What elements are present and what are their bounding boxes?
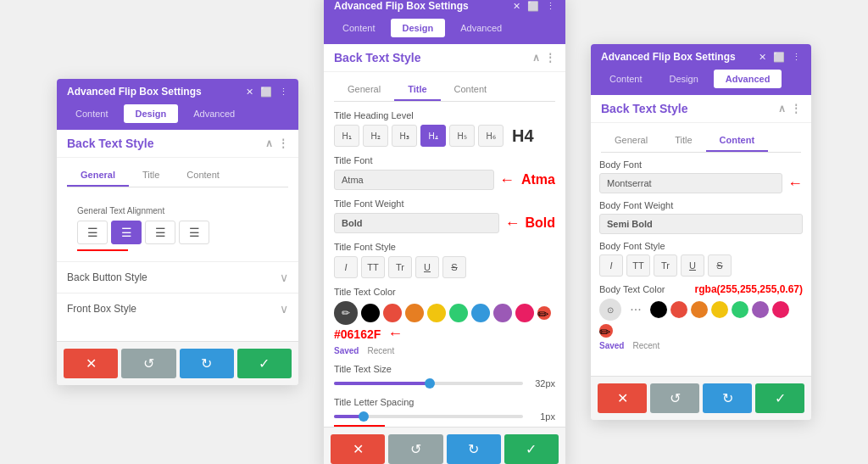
- capitalize-btn[interactable]: Tr: [388, 256, 412, 278]
- front-box-style-row[interactable]: Front Box Style ∨: [57, 293, 298, 324]
- body-font-select[interactable]: Montserrat: [599, 173, 782, 193]
- title-font-weight-select[interactable]: Bold: [334, 213, 499, 233]
- color-blue[interactable]: [471, 304, 490, 322]
- h3-btn[interactable]: H₃: [392, 125, 417, 147]
- body-color-green[interactable]: [732, 301, 748, 318]
- sub-tab-content-center[interactable]: Content: [441, 79, 501, 101]
- body-underline-btn[interactable]: U: [681, 254, 704, 277]
- color-black[interactable]: [361, 304, 380, 322]
- uppercase-btn[interactable]: TT: [361, 256, 385, 278]
- underline-btn[interactable]: U: [415, 256, 439, 278]
- title-font-select[interactable]: Atma: [334, 170, 494, 190]
- color-picker-btn[interactable]: ✏: [334, 301, 358, 325]
- back-button-style-row[interactable]: Back Button Style ∨: [57, 261, 298, 293]
- sub-tab-content-right[interactable]: Content: [706, 130, 769, 152]
- reset-button-right[interactable]: ↺: [650, 383, 699, 413]
- more-options-icon[interactable]: ⋮: [278, 137, 288, 149]
- body-italic-btn[interactable]: I: [599, 254, 623, 277]
- h4-btn[interactable]: H₄: [420, 125, 446, 147]
- redo-button-center[interactable]: ↻: [447, 434, 501, 464]
- tab-advanced-right[interactable]: Advanced: [714, 70, 782, 88]
- color-red[interactable]: [383, 304, 402, 322]
- right-saved-label[interactable]: Saved: [599, 341, 624, 350]
- tab-advanced-center[interactable]: Advanced: [448, 19, 514, 37]
- spacing-thumb[interactable]: [359, 411, 369, 422]
- body-color-red[interactable]: [670, 301, 687, 318]
- body-color-purple[interactable]: [752, 301, 769, 318]
- title-style-buttons: I TT Tr U S: [334, 256, 555, 278]
- body-color-orange[interactable]: [691, 301, 708, 318]
- chevron-up-icon[interactable]: ∧: [265, 137, 273, 149]
- size-thumb[interactable]: [425, 378, 435, 389]
- chevron-up-icon-center[interactable]: ∧: [532, 52, 540, 64]
- chevron-up-icon-right[interactable]: ∧: [778, 103, 786, 115]
- tab-design-left[interactable]: Design: [124, 104, 179, 123]
- close-icon[interactable]: ✕: [246, 87, 253, 98]
- cancel-button-right[interactable]: ✕: [598, 383, 647, 413]
- body-strikethrough-btn[interactable]: S: [708, 254, 732, 277]
- body-font-arrow-icon: ←: [787, 175, 803, 193]
- body-color-pink[interactable]: [772, 301, 789, 318]
- italic-btn[interactable]: I: [334, 256, 358, 278]
- tab-content-left[interactable]: Content: [64, 104, 120, 123]
- expand-icon-center[interactable]: ⬜: [527, 1, 539, 12]
- align-center-btn[interactable]: ☰: [111, 221, 142, 244]
- redo-button-right[interactable]: ↻: [703, 383, 752, 413]
- strikethrough-btn[interactable]: S: [442, 256, 466, 278]
- tab-content-right[interactable]: Content: [598, 70, 654, 88]
- body-color-black[interactable]: [650, 301, 667, 318]
- align-left-btn[interactable]: ☰: [77, 221, 108, 244]
- save-button-center[interactable]: ✓: [504, 434, 559, 464]
- align-right-btn[interactable]: ☰: [145, 221, 175, 244]
- body-color-yellow[interactable]: [711, 301, 728, 318]
- reset-button-center[interactable]: ↺: [388, 434, 442, 464]
- sub-tab-title-right[interactable]: Title: [661, 130, 705, 152]
- save-button-left[interactable]: ✓: [237, 349, 292, 378]
- menu-icon[interactable]: ⋮: [279, 87, 288, 98]
- body-capitalize-btn[interactable]: Tr: [654, 254, 677, 277]
- recent-label[interactable]: Recent: [367, 346, 394, 355]
- menu-icon-right[interactable]: ⋮: [792, 52, 801, 63]
- dots-btn[interactable]: ···: [625, 299, 647, 321]
- cancel-button-center[interactable]: ✕: [331, 434, 385, 464]
- more-options-icon-center[interactable]: ⋮: [545, 52, 555, 64]
- body-text-color-label-row: Body Text Color rgba(255,255,255,0.67): [599, 283, 803, 295]
- h6-btn[interactable]: H₆: [478, 125, 504, 147]
- expand-icon[interactable]: ⬜: [260, 87, 272, 98]
- tab-design-center[interactable]: Design: [391, 19, 446, 37]
- more-options-icon-right[interactable]: ⋮: [791, 103, 801, 115]
- h1-btn[interactable]: H₁: [334, 125, 359, 147]
- redo-button-left[interactable]: ↻: [180, 349, 234, 378]
- right-recent-label[interactable]: Recent: [632, 341, 659, 350]
- sub-tab-content-left[interactable]: Content: [173, 165, 233, 187]
- sub-tab-general-right[interactable]: General: [601, 130, 661, 152]
- color-purple[interactable]: [493, 304, 512, 322]
- color-green[interactable]: [449, 304, 468, 322]
- color-orange[interactable]: [405, 304, 424, 322]
- body-uppercase-btn[interactable]: TT: [626, 254, 650, 277]
- saved-label[interactable]: Saved: [334, 346, 359, 355]
- save-button-right[interactable]: ✓: [755, 383, 804, 413]
- tab-advanced-left[interactable]: Advanced: [181, 104, 247, 123]
- body-font-weight-select[interactable]: Semi Bold: [599, 214, 803, 234]
- tab-content-center[interactable]: Content: [331, 19, 387, 37]
- sub-tab-general-left[interactable]: General: [67, 165, 129, 187]
- cancel-button-left[interactable]: ✕: [64, 349, 118, 378]
- tab-design-right[interactable]: Design: [658, 70, 710, 88]
- close-icon-right[interactable]: ✕: [759, 52, 766, 63]
- expand-icon-right[interactable]: ⬜: [773, 52, 785, 63]
- align-justify-btn[interactable]: ☰: [179, 221, 209, 244]
- body-color-edit[interactable]: ✏: [599, 324, 613, 338]
- color-pink[interactable]: [515, 304, 534, 322]
- h2-btn[interactable]: H₂: [363, 125, 388, 147]
- color-edit[interactable]: ✏: [537, 306, 551, 320]
- body-color-picker-btn[interactable]: ⊙: [599, 299, 621, 321]
- color-yellow[interactable]: [427, 304, 446, 322]
- sub-tab-title-center[interactable]: Title: [394, 79, 440, 101]
- menu-icon-center[interactable]: ⋮: [546, 1, 555, 12]
- sub-tab-general-center[interactable]: General: [334, 79, 394, 101]
- reset-button-left[interactable]: ↺: [121, 349, 175, 378]
- close-icon-center[interactable]: ✕: [513, 1, 520, 12]
- sub-tab-title-left[interactable]: Title: [129, 165, 173, 187]
- h5-btn[interactable]: H₅: [449, 125, 475, 147]
